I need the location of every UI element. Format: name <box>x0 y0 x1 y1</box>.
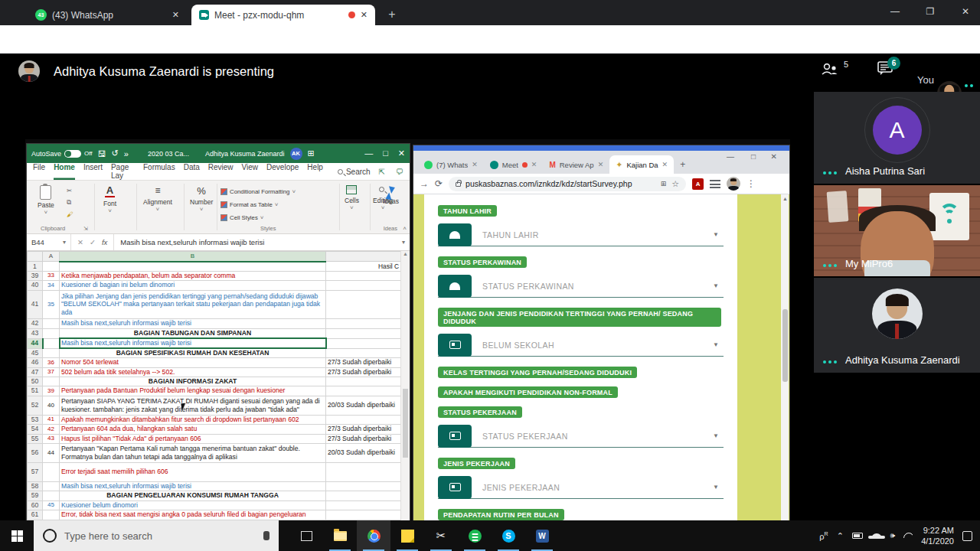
form-select-field[interactable]: JENIS PEKERJAAN▼ <box>438 476 724 499</box>
row-number[interactable]: 53 <box>28 415 43 424</box>
more-commands-icon[interactable]: » <box>124 149 129 158</box>
formula-expand-icon[interactable]: ▾ <box>402 239 410 246</box>
form-select-field[interactable]: BELUM SEKOLAH▼ <box>438 334 724 357</box>
cell-c[interactable]: 27/3 Sudah diperbaiki <box>326 424 401 434</box>
cell-b[interactable]: 502 belum ada titik setelahnya --> 502. <box>60 367 326 377</box>
inner-bookmark-star-icon[interactable]: ☆ <box>671 179 679 189</box>
excel-menu-formulas[interactable]: Formulas <box>143 163 175 180</box>
cell-b[interactable]: Error, tidak bisa next saat mengisi angk… <box>60 510 326 520</box>
excel-menu-develope[interactable]: Develope <box>266 163 299 180</box>
cell-a[interactable]: 34 <box>43 280 60 290</box>
font-button[interactable]: AFont˅ <box>103 185 116 214</box>
cell-a[interactable]: 35 <box>43 290 60 318</box>
people-button[interactable]: 5 <box>821 63 848 75</box>
cell-a[interactable]: 36 <box>43 357 60 367</box>
excel-grid[interactable]: AB1Hasil C3933Ketika menjawab pendapatan… <box>27 251 410 525</box>
row-number[interactable]: 45 <box>28 348 43 357</box>
row-number[interactable]: 54 <box>28 424 43 434</box>
host-taskbar-icon-snip[interactable]: ✂ <box>424 520 458 551</box>
inner-address-bar[interactable]: puskasbaznas.com/iznkdz/kdz/startSurvey.… <box>449 177 686 191</box>
cell-c[interactable]: 27/3 Sudah diperbaiki <box>326 434 401 443</box>
cell-b[interactable]: BAGIAN TABUNGAN DAN SIMPANAN <box>60 328 326 338</box>
inner-profile-avatar[interactable] <box>727 177 740 191</box>
host-tray-chevron-icon[interactable]: ⌃ <box>837 531 844 541</box>
ideas-button[interactable]: Ideas <box>383 185 399 205</box>
inner-minimize-button[interactable]: — <box>727 152 734 161</box>
column-header-a[interactable]: A <box>43 252 60 262</box>
host-wifi-icon[interactable] <box>903 533 913 540</box>
host-taskbar-icon-taskview[interactable] <box>289 520 323 551</box>
cell-a[interactable] <box>43 377 60 386</box>
cell-c[interactable] <box>326 415 401 424</box>
cell-a[interactable] <box>43 462 60 481</box>
start-button[interactable] <box>0 520 34 551</box>
cell-a[interactable]: 33 <box>43 272 60 281</box>
row-number[interactable]: 55 <box>28 434 43 443</box>
cell-b[interactable]: Pertanyaan pada Bantuan Produktif belum … <box>60 386 326 396</box>
cell-c[interactable] <box>326 290 401 318</box>
participant-tile[interactable]: AAisha Putrina Sari <box>814 92 980 184</box>
cell-b[interactable]: Error terjadi saat memilih pilihan 606 <box>60 462 326 481</box>
inner-reload-button[interactable]: ⟳ <box>435 178 443 189</box>
cell-c[interactable] <box>326 481 401 491</box>
cell-c[interactable] <box>326 338 401 348</box>
tab-close-icon[interactable]: ✕ <box>472 161 478 168</box>
cells-button[interactable]: Cells˅ <box>345 185 359 211</box>
chat-button[interactable]: 6 <box>877 61 894 79</box>
survey-scrollbar[interactable]: ▲ <box>781 194 789 551</box>
row-number[interactable]: 60 <box>28 500 43 510</box>
host-taskbar-icon-sticky[interactable] <box>390 520 424 551</box>
cell-a[interactable] <box>43 491 60 500</box>
cell-c[interactable] <box>326 510 401 520</box>
row-number[interactable]: 41 <box>28 290 43 318</box>
excel-close-button[interactable]: ✕ <box>398 148 405 158</box>
cell-c[interactable] <box>326 272 401 281</box>
tab-close-icon[interactable]: ✕ <box>361 10 368 20</box>
save-button[interactable]: 🖫 <box>98 149 106 158</box>
row-number[interactable]: 43 <box>28 328 43 338</box>
survey-browser-tab[interactable]: ✦Kajian Da✕ <box>609 155 674 174</box>
cell-b[interactable]: Pertanyaan "Kapan Pertama Kali rumah tan… <box>60 443 326 462</box>
cell-c[interactable] <box>326 386 401 396</box>
cell-b[interactable]: BAGIAN SPESIFIKASI RUMAH DAN KESEHATAN <box>60 348 326 357</box>
user-initials-badge[interactable]: AK <box>290 148 302 160</box>
host-battery-icon[interactable] <box>852 533 863 539</box>
row-number[interactable]: 44 <box>28 338 43 348</box>
cell-b[interactable]: Jika pilihan Jenjang dan jenis pendidika… <box>60 290 326 318</box>
cell-styles-button[interactable]: Cell Styles˅ <box>220 213 335 223</box>
cell-b[interactable]: Kuesioner di bagian ini belum dinomori <box>60 280 326 290</box>
host-taskbar-icon-explorer[interactable] <box>323 520 357 551</box>
cell-b[interactable]: BAGIAN INFORMASI ZAKAT <box>60 377 326 386</box>
cell-a[interactable]: 37 <box>43 367 60 377</box>
cell-c[interactable] <box>326 491 401 500</box>
cell-a[interactable]: 45 <box>43 500 60 510</box>
conditional-formatting-button[interactable]: Conditional Formatting˅ <box>220 187 335 197</box>
window-close-button[interactable]: ✕ <box>952 0 978 23</box>
host-taskbar-icon-chrome[interactable] <box>357 520 390 551</box>
column-header-b[interactable]: B <box>60 252 326 262</box>
survey-browser-tab[interactable]: MReview Ap✕ <box>543 155 609 174</box>
form-select-field[interactable]: TAHUN LAHIR▼ <box>438 223 724 246</box>
row-number[interactable]: 57 <box>28 462 43 481</box>
form-select-field[interactable]: STATUS PEKERJAAN▼ <box>438 425 724 448</box>
translate-icon[interactable]: ⊞ <box>661 180 667 187</box>
cell-a[interactable] <box>43 510 60 520</box>
form-select-field[interactable]: STATUS PERKAWINAN▼ <box>438 275 724 298</box>
host-taskbar-icon-word[interactable]: W <box>525 520 559 551</box>
clipboard-dialog-launcher[interactable]: ⇲ <box>83 226 88 232</box>
browser-tab[interactable]: 43(43) WhatsApp✕ <box>28 5 187 25</box>
cancel-entry-icon[interactable]: ✕ <box>77 238 83 246</box>
host-action-center-icon[interactable] <box>962 531 972 541</box>
alignment-button[interactable]: ≡Alignment˅ <box>143 185 172 213</box>
grid-corner[interactable] <box>28 252 43 262</box>
excel-restore-button[interactable]: □ <box>383 148 388 158</box>
name-box[interactable]: B44▾ <box>27 234 71 250</box>
row-number[interactable]: 1 <box>28 262 43 272</box>
row-number[interactable]: 50 <box>28 377 43 386</box>
cell-b[interactable]: Hapus list pilihan "Tidak Ada" di pertan… <box>60 434 326 443</box>
excel-menu-help[interactable]: Help <box>307 163 323 180</box>
row-number[interactable]: 47 <box>28 367 43 377</box>
column-header-c[interactable] <box>326 252 401 262</box>
cell-a[interactable] <box>43 481 60 491</box>
host-clock[interactable]: 9:22 AM4/1/2020 <box>921 525 954 547</box>
